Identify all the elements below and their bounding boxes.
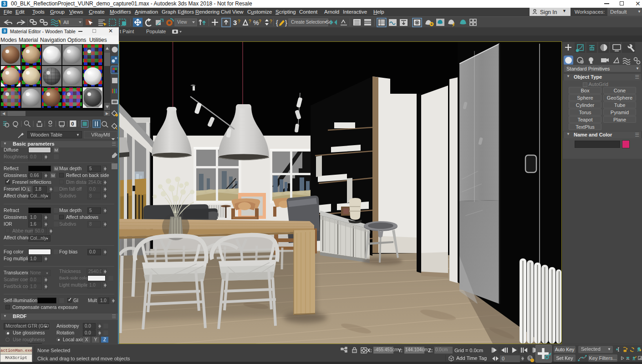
svg-text:?: ?: [270, 19, 272, 24]
svg-text:?: ?: [259, 19, 261, 24]
svg-text:All: All: [63, 20, 69, 25]
svg-text:View: View: [177, 20, 187, 25]
svg-text:0: 0: [71, 121, 74, 126]
svg-text:}: }: [285, 19, 287, 26]
svg-text:?: ?: [249, 19, 251, 24]
svg-text:3: 3: [233, 19, 237, 26]
svg-text:%: %: [253, 19, 259, 26]
svg-text:{: {: [276, 19, 278, 26]
svg-text:?: ?: [238, 19, 240, 24]
